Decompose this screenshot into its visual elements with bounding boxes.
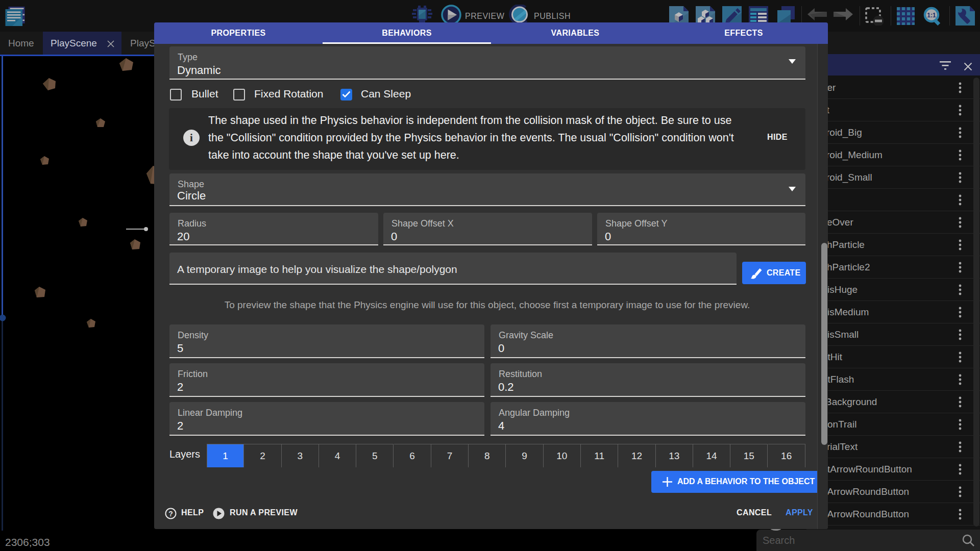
svg-text:1:1: 1:1 (927, 12, 936, 19)
svg-text:?: ? (168, 510, 173, 518)
